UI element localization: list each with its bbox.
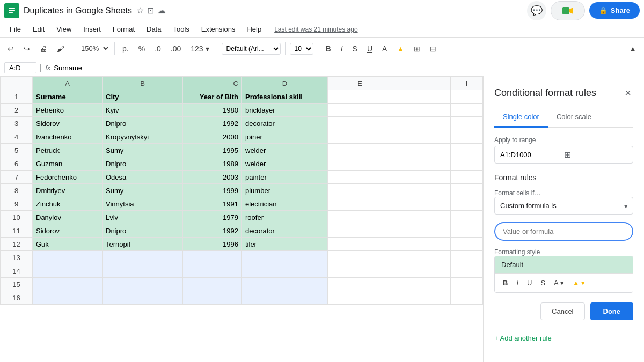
cell-e1[interactable] (328, 90, 392, 104)
format-123-button[interactable]: 123 ▾ (187, 42, 212, 55)
cell-a12[interactable]: Guk (33, 238, 103, 251)
table-row[interactable]: 8DmitriyevSumy1999plumber (1, 184, 483, 197)
format-percent-button[interactable]: % (135, 42, 148, 55)
cell-c12[interactable]: 1996 (183, 238, 242, 251)
table-row[interactable]: 3SidorovDnipro1992decorator (1, 117, 483, 130)
add-rule-button[interactable]: + Add another rule (484, 329, 644, 348)
cell-b4[interactable]: Kropyvnytskyi (103, 130, 183, 144)
cell-e6[interactable] (328, 157, 392, 171)
menu-insert[interactable]: Insert (78, 23, 106, 35)
cell-c15[interactable] (183, 278, 242, 291)
merge-button[interactable]: ⊟ (427, 42, 440, 55)
cell-e14[interactable] (328, 264, 392, 278)
cell-c14[interactable] (183, 264, 242, 278)
menu-view[interactable]: View (51, 23, 77, 35)
menu-edit[interactable]: Edit (27, 23, 50, 35)
table-row[interactable]: 15 (1, 278, 483, 291)
tab-color-scale[interactable]: Color scale (548, 107, 600, 128)
cell-reference[interactable]: A:D (4, 62, 36, 73)
cell-b12[interactable]: Ternopil (103, 238, 183, 251)
cell-e5[interactable] (328, 144, 392, 157)
cell-i14[interactable] (451, 264, 483, 278)
cell-i6[interactable] (451, 157, 483, 171)
cell-i1[interactable] (451, 90, 483, 104)
share-button[interactable]: 🔒 Share (589, 2, 640, 19)
font-size-select[interactable]: 10 (290, 43, 313, 55)
cell-a7[interactable]: Fedorchenko (33, 171, 103, 184)
cell-b10[interactable]: Lviv (103, 211, 183, 224)
menu-tools[interactable]: Tools (167, 23, 194, 35)
menu-data[interactable]: Data (141, 23, 166, 35)
meet-button[interactable] (551, 1, 585, 20)
cell-d6[interactable]: welder (242, 157, 328, 171)
cell-e11[interactable] (328, 224, 392, 238)
cell-a5[interactable]: Petruck (33, 144, 103, 157)
cell-e2[interactable] (328, 104, 392, 117)
cell-b6[interactable]: Dnipro (103, 157, 183, 171)
cell-i16[interactable] (451, 291, 483, 305)
cell-d2[interactable]: bricklayer (242, 104, 328, 117)
cell-a2[interactable]: Petrenko (33, 104, 103, 117)
cell-d12[interactable]: tiler (242, 238, 328, 251)
table-row[interactable]: 9ZinchukVinnytsia1991electrician (1, 197, 483, 211)
cell-a3[interactable]: Sidorov (33, 117, 103, 130)
cell-c10[interactable]: 1979 (183, 211, 242, 224)
cell-i3[interactable] (451, 117, 483, 130)
cell-c16[interactable] (183, 291, 242, 305)
borders-button[interactable]: ⊞ (411, 42, 423, 55)
cell-b5[interactable]: Sumy (103, 144, 183, 157)
style-bold-button[interactable]: B (499, 277, 511, 289)
cell-e8[interactable] (328, 184, 392, 197)
cell-i12[interactable] (451, 238, 483, 251)
cell-b14[interactable] (103, 264, 183, 278)
cell-a10[interactable]: Danylov (33, 211, 103, 224)
cell-b13[interactable] (103, 251, 183, 264)
print-button[interactable]: 🖨 (36, 42, 50, 55)
cell-a16[interactable] (33, 291, 103, 305)
menu-extensions[interactable]: Extensions (196, 23, 241, 35)
cell-d7[interactable]: painter (242, 171, 328, 184)
col-header-i[interactable]: I (451, 77, 483, 90)
cell-d5[interactable]: welder (242, 144, 328, 157)
cell-b2[interactable]: Kyiv (103, 104, 183, 117)
cell-i13[interactable] (451, 251, 483, 264)
italic-button[interactable]: I (338, 42, 346, 55)
cell-b1[interactable]: City (103, 90, 183, 104)
table-row[interactable]: 11SidorovDnipro1992decorator (1, 224, 483, 238)
folder-icon[interactable]: ⊡ (147, 5, 154, 16)
cell-i11[interactable] (451, 224, 483, 238)
table-row[interactable]: 1SurnameCityYear of BithProfessional ski… (1, 90, 483, 104)
format-dec00-button[interactable]: .00 (167, 42, 184, 55)
cell-a14[interactable] (33, 264, 103, 278)
cell-b15[interactable] (103, 278, 183, 291)
cell-d4[interactable]: joiner (242, 130, 328, 144)
cell-a15[interactable] (33, 278, 103, 291)
table-row[interactable]: 4IvanchenkoKropyvnytskyi2000joiner (1, 130, 483, 144)
strikethrough-button[interactable]: S (349, 42, 361, 55)
cell-d3[interactable]: decorator (242, 117, 328, 130)
cell-e12[interactable] (328, 238, 392, 251)
cell-e9[interactable] (328, 197, 392, 211)
cell-d16[interactable] (242, 291, 328, 305)
cell-a1[interactable]: Surname (33, 90, 103, 104)
cell-i9[interactable] (451, 197, 483, 211)
cell-b9[interactable]: Vinnytsia (103, 197, 183, 211)
cell-e7[interactable] (328, 171, 392, 184)
cell-i4[interactable] (451, 130, 483, 144)
cell-a11[interactable]: Sidorov (33, 224, 103, 238)
zoom-select[interactable]: 150% (77, 43, 110, 54)
bold-button[interactable]: B (323, 42, 334, 55)
table-row[interactable]: 13 (1, 251, 483, 264)
format-dec0-button[interactable]: .0 (151, 42, 164, 55)
cancel-button[interactable]: Cancel (540, 302, 584, 320)
style-fill-color-button[interactable]: ▲ ▾ (569, 277, 589, 289)
cell-d14[interactable] (242, 264, 328, 278)
underline-button[interactable]: U (364, 42, 376, 55)
cell-c13[interactable] (183, 251, 242, 264)
cell-i2[interactable] (451, 104, 483, 117)
done-button[interactable]: Done (590, 302, 634, 320)
cell-d10[interactable]: roofer (242, 211, 328, 224)
cell-e4[interactable] (328, 130, 392, 144)
cell-i5[interactable] (451, 144, 483, 157)
cell-d8[interactable]: plumber (242, 184, 328, 197)
